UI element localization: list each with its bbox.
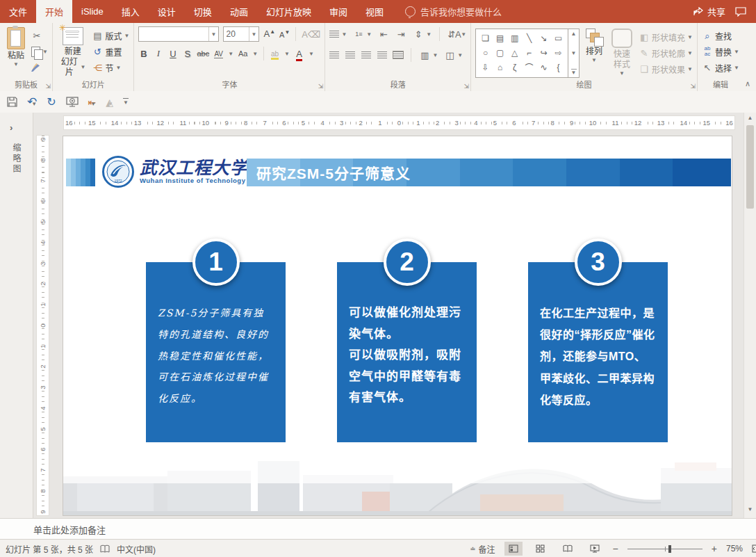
font-color-dropdown[interactable]: ▼ xyxy=(309,51,314,57)
align-left-button[interactable] xyxy=(329,48,339,62)
share-button[interactable]: 共享 xyxy=(693,5,725,18)
expand-thumbnails-icon[interactable]: › xyxy=(10,122,13,133)
thumbnails-panel-collapsed[interactable]: › 缩略图 xyxy=(0,113,33,518)
paste-dropdown[interactable]: ▼ xyxy=(13,61,19,68)
font-size-combo[interactable]: 20▼ xyxy=(223,26,259,42)
quick-styles-button[interactable]: 快速样式 ▼ xyxy=(609,26,635,79)
clipboard-dialog-launcher[interactable]: ⇲ xyxy=(45,83,51,90)
shape-item[interactable]: ⌐ xyxy=(522,45,536,60)
smartart-button[interactable]: ◫▼ xyxy=(444,48,463,62)
content-card-2[interactable]: 2 可以做催化剂处理污染气体。 可以做吸附剂，吸附空气中的甲醛等有毒有害气体。 xyxy=(337,262,477,442)
shape-outline-button[interactable]: ✎形状轮廓▼ xyxy=(639,46,693,60)
ribbon-tab[interactable]: 审阅 xyxy=(320,0,356,23)
ribbon-tab[interactable]: 动画 xyxy=(221,0,257,23)
font-name-combo[interactable]: ▼ xyxy=(138,26,219,42)
drawing-dialog-launcher[interactable]: ⇲ xyxy=(690,83,696,90)
cut-button[interactable]: ✂ xyxy=(31,29,48,42)
shape-item[interactable]: ⇩ xyxy=(478,60,493,74)
slide-canvas[interactable]: 1972 武汉工程大学 Wuhan Institute of Technolog… xyxy=(63,136,732,515)
new-slide-button[interactable]: 新建 幻灯片▼ xyxy=(57,26,89,79)
align-right-button[interactable] xyxy=(361,48,371,62)
qat-tool-button-2[interactable]: ◭▼ xyxy=(106,96,113,108)
char-spacing-button[interactable]: AV xyxy=(213,50,224,58)
zoom-in-button[interactable]: + xyxy=(712,543,717,554)
font-dialog-launcher[interactable]: ⇲ xyxy=(318,83,324,90)
zoom-slider[interactable] xyxy=(627,549,702,549)
shape-item[interactable]: ∿ xyxy=(536,60,551,74)
shape-item[interactable]: ⌂ xyxy=(493,60,507,74)
reset-button[interactable]: ↺重置 xyxy=(92,45,130,58)
slide-sorter-view-button[interactable] xyxy=(532,542,550,556)
shape-item[interactable]: ▢ xyxy=(493,45,507,60)
grow-font-button[interactable]: A▲ xyxy=(263,29,275,39)
slideshow-view-button[interactable] xyxy=(586,542,604,556)
ribbon-tab[interactable]: 设计 xyxy=(149,0,185,23)
qat-customize-button[interactable]: ▼ xyxy=(123,98,129,106)
change-case-dropdown[interactable]: ▼ xyxy=(252,51,258,57)
zoom-slider-thumb[interactable] xyxy=(668,545,671,553)
content-card-3[interactable]: 3 在化工生产过程中，是很好的“择形反应”催化剂，还能参与MTO、甲苯歧化、二甲… xyxy=(528,262,668,442)
font-color-button[interactable]: A xyxy=(294,49,304,59)
shrink-font-button[interactable]: A▼ xyxy=(279,29,290,39)
distributed-button[interactable] xyxy=(393,48,403,62)
paste-button[interactable]: 粘贴 ▼ xyxy=(4,26,28,70)
shape-item[interactable]: ○ xyxy=(478,45,493,60)
paragraph-dialog-launcher[interactable]: ⇲ xyxy=(464,83,470,90)
horizontal-ruler[interactable]: 1615141312111098765432101234567891011121… xyxy=(63,115,735,130)
shapes-gallery-expand[interactable]: ▼ xyxy=(571,69,577,76)
increase-indent-button[interactable]: ⇥ xyxy=(395,27,406,41)
scroll-down-icon[interactable]: ▼ xyxy=(744,506,756,512)
arrange-button[interactable]: 排列 ▼ xyxy=(583,26,605,65)
comment-icon[interactable] xyxy=(735,7,746,17)
zoom-level[interactable]: 75% xyxy=(726,544,743,554)
highlight-color-button[interactable]: ab xyxy=(270,50,280,58)
vertical-ruler[interactable]: 9876543210123456789 xyxy=(36,135,49,516)
bullets-button[interactable]: ▼ xyxy=(329,27,347,41)
collapse-ribbon-button[interactable]: ∧ xyxy=(745,79,750,88)
notes-pane[interactable]: 单击此处添加备注 xyxy=(0,518,756,540)
shape-item[interactable]: ↪ xyxy=(536,45,551,60)
copy-button[interactable]: ▼ xyxy=(31,45,48,58)
shape-item[interactable]: ⌒ xyxy=(522,60,536,74)
ribbon-tab[interactable]: 切换 xyxy=(185,0,221,23)
start-slideshow-button[interactable] xyxy=(66,97,79,107)
notes-toggle-button[interactable]: ≐ 备注 xyxy=(470,543,495,555)
save-button[interactable] xyxy=(7,97,17,107)
redo-button[interactable]: ↻ xyxy=(47,95,56,108)
shapes-scroll-down[interactable]: ▼ xyxy=(571,50,577,56)
strikethrough-button[interactable]: abc xyxy=(197,49,209,58)
columns-button[interactable]: ▥▼ xyxy=(419,48,438,62)
shape-effects-button[interactable]: ❑形状效果▼ xyxy=(639,62,693,76)
shape-item[interactable]: ζ xyxy=(507,60,522,74)
slide-number-indicator[interactable]: 幻灯片 第 5 张，共 5 张 xyxy=(6,543,93,555)
text-shadow-button[interactable]: S xyxy=(182,49,192,59)
qat-tool-button-1[interactable]: ⇤▼ xyxy=(88,96,97,108)
numbering-button[interactable]: 1≡▼ xyxy=(353,27,372,41)
reading-view-button[interactable] xyxy=(559,542,577,556)
shape-item[interactable]: { xyxy=(551,60,566,74)
underline-button[interactable]: U xyxy=(167,49,178,59)
format-painter-button[interactable] xyxy=(31,60,48,74)
bold-button[interactable]: B xyxy=(138,49,149,59)
shape-item[interactable]: ▭ xyxy=(551,31,566,45)
find-button[interactable]: ⌕查找 xyxy=(702,29,739,42)
text-direction-button[interactable]: ⇵A▼ xyxy=(447,27,466,41)
scrollbar-thumb[interactable] xyxy=(746,125,754,209)
italic-button[interactable]: I xyxy=(153,48,163,59)
clear-formatting-button[interactable]: A⌫ xyxy=(302,29,320,40)
decrease-indent-button[interactable]: ⇤ xyxy=(378,27,389,41)
change-case-button[interactable]: Aa xyxy=(238,49,248,58)
shape-item[interactable]: △ xyxy=(507,45,522,60)
shape-item[interactable]: ↘ xyxy=(536,31,551,45)
justify-button[interactable] xyxy=(377,48,387,62)
shape-item[interactable]: ▥ xyxy=(507,31,522,45)
shapes-scroll-up[interactable]: ▲ xyxy=(571,31,577,37)
layout-button[interactable]: ▤版式▼ xyxy=(92,29,130,42)
ribbon-tab[interactable]: 幻灯片放映 xyxy=(257,0,320,23)
slide-title-bar[interactable]: 研究ZSM-5分子筛意义 xyxy=(247,159,731,186)
content-card-1[interactable]: 1 ZSM-5分子筛具有独特的孔道结构、良好的热稳定性和催化性能，可在石油炼化过… xyxy=(146,262,286,442)
align-center-button[interactable] xyxy=(345,48,355,62)
section-button[interactable]: ⋲节▼ xyxy=(92,60,130,74)
ribbon-tab[interactable]: 开始 xyxy=(36,0,72,23)
ribbon-tab[interactable]: 插入 xyxy=(113,0,149,23)
